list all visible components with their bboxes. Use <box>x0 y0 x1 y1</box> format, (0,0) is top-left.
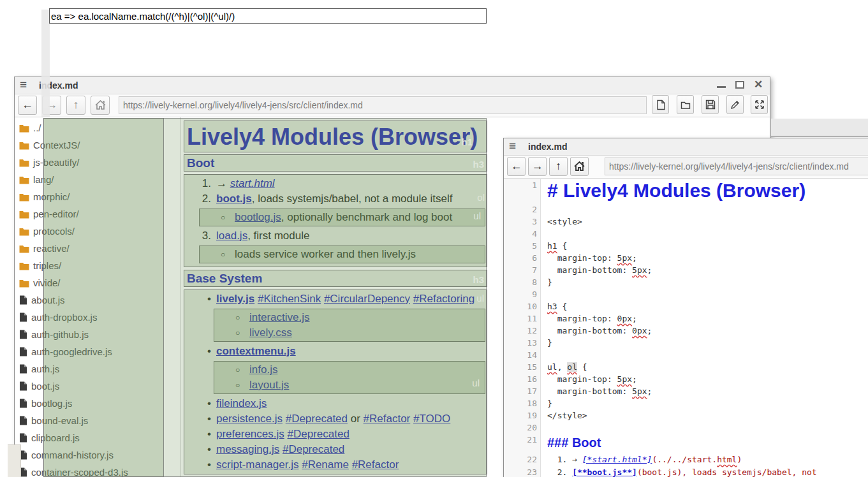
maximize-button[interactable] <box>733 77 748 92</box>
md-link[interactable]: preferences.js <box>216 428 284 440</box>
url-input[interactable] <box>605 158 868 175</box>
background-panel-corner <box>8 444 21 477</box>
md-link[interactable]: script-manager.js <box>216 459 298 471</box>
folder-icon <box>19 227 29 236</box>
open-folder-button[interactable] <box>677 95 694 114</box>
sidebar-item[interactable]: auth.js <box>19 360 180 378</box>
sidebar-item[interactable]: ContextJS/ <box>19 136 180 154</box>
tag-label: h3 <box>473 157 484 172</box>
home-button[interactable] <box>570 157 589 176</box>
md-link[interactable]: lively.css <box>249 327 292 339</box>
sidebar-item[interactable]: auth-github.js <box>19 326 180 343</box>
md-link[interactable]: layout.js <box>249 379 289 391</box>
folder-icon <box>19 244 29 253</box>
sidebar-item[interactable]: triples/ <box>19 257 180 274</box>
expand-button[interactable] <box>751 95 768 114</box>
md-heading-h1: Lively4 Modules (Browser) h1 <box>184 121 487 152</box>
md-link[interactable]: #CircularDepency <box>324 293 410 305</box>
md-nested-list: ○loads service worker and then lively.js <box>199 246 485 263</box>
home-icon <box>95 100 106 110</box>
md-link[interactable]: fileindex.js <box>216 397 267 409</box>
file-icon <box>19 295 27 305</box>
up-icon: ↑ <box>73 98 79 111</box>
tag-label: h1 <box>461 126 473 158</box>
md-link[interactable]: #KitchenSink <box>258 293 321 305</box>
sidebar-item[interactable]: morphic/ <box>19 188 180 205</box>
sidebar-item[interactable]: pen-editor/ <box>19 205 180 223</box>
save-button[interactable] <box>702 95 719 114</box>
file-icon <box>19 312 27 322</box>
sidebar-item[interactable]: vivide/ <box>19 274 180 291</box>
editor-line: } <box>537 397 552 409</box>
back-icon: ← <box>22 98 33 111</box>
folder-icon <box>19 141 29 150</box>
up-button[interactable]: ↑ <box>66 96 85 115</box>
folder-icon <box>19 124 29 133</box>
file-icon <box>19 399 27 408</box>
element-query-input[interactable] <box>49 8 487 24</box>
sidebar-item[interactable]: clipboard.js <box>19 429 180 446</box>
window-title: index.md <box>528 142 567 152</box>
right-window-titlebar[interactable]: ≡ index.md <box>504 138 868 156</box>
editor-line: 2. [**boot.js**](boot.js), loads systemj… <box>537 466 817 477</box>
md-link[interactable]: info.js <box>249 363 277 376</box>
md-link[interactable]: bootlog.js <box>235 211 281 223</box>
md-link[interactable]: contextmenu.js <box>216 345 296 357</box>
sidebar-item[interactable]: bound-eval.js <box>19 412 180 429</box>
new-file-button[interactable] <box>652 95 669 114</box>
sidebar-item[interactable]: js-beautify/ <box>19 154 180 171</box>
editor-line: margin-top: 5px; <box>537 252 637 264</box>
window-menu-icon[interactable]: ≡ <box>20 78 27 92</box>
url-input[interactable] <box>119 96 647 114</box>
editor-line: </style> <box>537 409 587 422</box>
minimize-icon <box>717 86 726 88</box>
md-link[interactable]: start.html <box>230 177 275 189</box>
md-link[interactable]: #Deprecated <box>286 413 348 425</box>
md-link[interactable]: #TODO <box>413 413 450 425</box>
folder-icon <box>680 100 691 110</box>
sidebar-item[interactable]: protocols/ <box>19 223 180 240</box>
home-button[interactable] <box>91 96 110 115</box>
up-button[interactable]: ↑ <box>549 157 568 176</box>
sidebar-item[interactable]: about.js <box>19 291 180 309</box>
back-button[interactable]: ← <box>18 96 37 115</box>
save-icon <box>705 99 716 110</box>
file-icon <box>19 416 27 425</box>
md-link[interactable]: #Refactor <box>352 459 399 471</box>
sidebar-item[interactable]: command-history.js <box>19 446 180 464</box>
sidebar-item[interactable]: auth-dropbox.js <box>19 309 180 326</box>
md-link[interactable]: boot.js <box>216 193 252 205</box>
md-link[interactable]: load.js <box>216 230 247 242</box>
md-link[interactable]: messaging.js <box>216 443 279 455</box>
tag-label: ul <box>473 210 481 221</box>
window-menu-icon[interactable]: ≡ <box>509 139 516 153</box>
md-link[interactable]: lively.js <box>216 293 254 305</box>
md-link[interactable]: #Refactor <box>364 413 411 425</box>
md-link[interactable]: #Rename <box>302 459 349 471</box>
md-link[interactable]: interactive.js <box>249 311 309 323</box>
markdown-source-editor[interactable]: 1# Lively4 Modules (Browser) 2 3<style> … <box>504 179 868 477</box>
folder-icon <box>19 193 29 202</box>
up-icon: ↑ <box>555 159 561 172</box>
sidebar-item[interactable]: ../ <box>19 119 180 136</box>
md-link[interactable]: persistence.js <box>216 413 283 425</box>
back-button[interactable]: ← <box>507 157 526 176</box>
md-link[interactable]: #Deprecated <box>288 428 349 440</box>
minimize-button[interactable] <box>714 77 730 92</box>
sidebar-item[interactable]: lang/ <box>19 171 180 188</box>
sidebar-item[interactable]: container-scoped-d3.js <box>19 464 180 477</box>
close-button[interactable]: ✕ <box>751 77 766 92</box>
sidebar-item[interactable]: reactive/ <box>19 240 180 257</box>
md-link[interactable]: #Refactoring <box>413 293 474 305</box>
sidebar-item[interactable]: boot.js <box>19 378 180 395</box>
editor-line: margin-bottom: 0px; <box>537 325 652 337</box>
left-window-titlebar[interactable]: ≡ index.md ✕ <box>15 77 770 94</box>
editor-line: h3 { <box>537 300 567 312</box>
edit-button[interactable] <box>726 95 744 114</box>
home-icon <box>574 161 585 171</box>
sidebar-item[interactable]: bootlog.js <box>19 395 180 412</box>
forward-button[interactable]: → <box>528 157 547 176</box>
folder-icon <box>19 279 29 288</box>
sidebar-item[interactable]: auth-googledrive.js <box>19 343 180 360</box>
md-link[interactable]: #Deprecated <box>283 443 344 455</box>
